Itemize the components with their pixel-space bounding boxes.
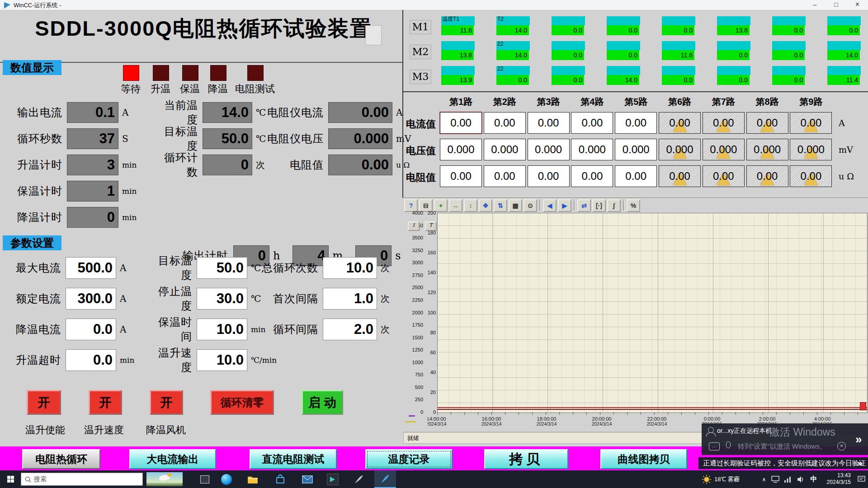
activate-windows-watermark2: 转到"设置"以激活 Windows。: [738, 442, 826, 451]
zoom-vertical-icon[interactable]: ↕: [464, 199, 477, 212]
button-温升速度[interactable]: 开: [89, 390, 122, 415]
mail-icon: [302, 475, 313, 483]
nav-button-6[interactable]: 曲线图拷贝: [600, 449, 687, 469]
module-cell-top-M2-4: [607, 41, 640, 50]
select-range-icon[interactable]: [·]: [592, 199, 606, 212]
table-header-4: 第4路: [571, 96, 613, 108]
app-button-feather-active[interactable]: [374, 470, 396, 488]
nav-button-5[interactable]: 拷贝: [484, 449, 568, 469]
start-button[interactable]: [0, 470, 21, 488]
weather-sun-icon[interactable]: [700, 470, 713, 488]
channel-table: 第1路第2路第3路第4路第5路第6路第7路第8路第9路电流值0.000.000.…: [402, 91, 868, 196]
taskbar-search-input[interactable]: 搜索: [21, 473, 143, 486]
param-col1-value-3[interactable]: 0.0: [66, 319, 116, 340]
microphone-icon[interactable]: [726, 441, 731, 448]
windows-logo-icon: [7, 476, 14, 483]
param-col3-row-2: 首次间隔1.0次: [256, 288, 390, 309]
mail-button[interactable]: [297, 470, 317, 488]
store-button[interactable]: [270, 470, 290, 488]
param-col1-value-4[interactable]: 0.0: [66, 349, 116, 371]
y-outer-tick-4: 3000: [404, 260, 423, 265]
edge-browser-button[interactable]: [217, 470, 236, 488]
grid-select-icon[interactable]: ▦: [509, 199, 522, 212]
shift-axis-icon[interactable]: ⇄: [577, 199, 591, 212]
display-col3-row-3: 电阻值0.00u Ω: [264, 155, 410, 175]
param-col1-value-2[interactable]: 300.0: [66, 288, 116, 310]
param-col3-value-2[interactable]: 1.0: [323, 288, 377, 310]
close-button[interactable]: ×: [847, 0, 868, 10]
task-view-button[interactable]: [195, 470, 215, 488]
y-outer-tick-0: 4000: [404, 210, 423, 216]
display-col1-value-1: 0.1: [67, 102, 118, 123]
param-col3-unit-3: 次: [381, 324, 390, 336]
widget-weather-thumbnail[interactable]: [146, 470, 184, 488]
param-col2-value-2[interactable]: 30.0: [197, 288, 247, 310]
next-trend-icon[interactable]: ▶: [558, 199, 571, 212]
button-循环清零[interactable]: 循环清零: [210, 390, 274, 415]
zoom-horizontal-icon[interactable]: ↔: [449, 199, 462, 212]
ime-indicator[interactable]: 中: [808, 470, 819, 488]
search-icon: [25, 476, 31, 483]
param-col2-value-3[interactable]: 10.0: [197, 319, 247, 340]
alert-expand-chevron[interactable]: »: [858, 457, 862, 469]
module-cell-value-M3-2: 0.0: [496, 75, 529, 85]
y-axis-inner-name[interactable]: T: [425, 221, 437, 231]
pan-icon[interactable]: ✥: [479, 199, 492, 212]
edge-icon: [221, 474, 232, 485]
button-启动[interactable]: 启 动: [302, 390, 343, 415]
statistics-icon[interactable]: ∫: [607, 199, 621, 212]
param-col3-value-1[interactable]: 10.0: [323, 257, 377, 279]
module-cell-value-M1-3: 0.0: [552, 25, 584, 35]
param-col2-value-1[interactable]: 50.0: [197, 257, 247, 279]
param-col2-label-1: 目标温度: [149, 253, 192, 282]
security-alert-popup: 正通过长期验证码被控，安全级别低建议改为今日验证码 »: [698, 457, 868, 469]
percent-scale-icon[interactable]: %: [627, 199, 640, 212]
scale-y-icon[interactable]: ⇅: [494, 199, 507, 212]
app-button-feather-gray[interactable]: [349, 470, 369, 488]
button-温升使能[interactable]: 开: [27, 390, 61, 415]
zoom-in-icon[interactable]: +: [434, 199, 448, 212]
nav-button-4[interactable]: 温度记录: [365, 449, 453, 469]
taskbar-clock[interactable]: 13:43 2024/3/15: [822, 472, 851, 486]
file-explorer-button[interactable]: [243, 470, 263, 488]
param-col2-unit-4: ℃/min: [251, 356, 277, 365]
page-title: SDDL-3000Q电阻热循环试验装置: [27, 14, 380, 46]
device-monitor-icon[interactable]: [769, 470, 781, 488]
maximize-button[interactable]: □: [826, 0, 847, 10]
table-row-label-3: 电阻值: [406, 171, 436, 184]
nav-button-3[interactable]: 直流电阻测试: [250, 449, 337, 469]
param-col3-value-3[interactable]: 2.0: [323, 319, 377, 340]
weather-status[interactable]: 18℃ 雾霾: [714, 470, 753, 488]
app-button-dark[interactable]: [323, 470, 343, 488]
display-col3-row-1: 电阻仪电流0.00A: [264, 102, 402, 123]
y-axis-outer-name[interactable]: I: [408, 221, 420, 231]
table-cell-r3c3: 0.00: [528, 165, 570, 187]
y-outer-tick-10: 1500: [404, 335, 423, 340]
activate-windows-watermark: 激活 Windows: [769, 425, 835, 439]
hidden-icons-chevron[interactable]: ∧: [760, 470, 769, 488]
table-header-5: 第5路: [615, 96, 657, 108]
display-col1-label-5: 降温计时: [17, 210, 62, 225]
display-col2-row-2: 目标温度50.0℃: [155, 128, 266, 149]
speaker-icon[interactable]: [795, 470, 807, 488]
time-range-icon[interactable]: ⊙: [524, 199, 537, 212]
table-unit-2: mV: [839, 145, 853, 155]
minimize-button[interactable]: –: [804, 0, 826, 10]
param-col1-value-1[interactable]: 500.0: [66, 257, 116, 279]
nav-button-1[interactable]: 电阻热循环: [22, 449, 100, 469]
display-col2-label-1: 当前温度: [155, 98, 198, 127]
button-降温风机[interactable]: 开: [150, 390, 183, 415]
y-inner-tick-0: 200: [424, 210, 436, 216]
param-col2-value-4[interactable]: 10.0: [197, 349, 247, 371]
popup-expand-chevron[interactable]: »: [855, 432, 862, 446]
nav-button-2[interactable]: 大电流输出: [129, 449, 216, 469]
toolbar-separator: [539, 201, 541, 211]
previous-trend-icon[interactable]: ◀: [543, 199, 557, 212]
table-cell-r1c8: 0.00: [746, 112, 788, 134]
network-icon[interactable]: [782, 470, 794, 488]
chat-icon[interactable]: …: [709, 442, 720, 450]
table-cell-r2c2: 0.000: [484, 139, 526, 160]
action-center-icon[interactable]: [855, 470, 867, 488]
close-session-icon[interactable]: ×: [837, 442, 846, 450]
x-tick-4: 20:00:002024/3/14: [581, 416, 622, 427]
